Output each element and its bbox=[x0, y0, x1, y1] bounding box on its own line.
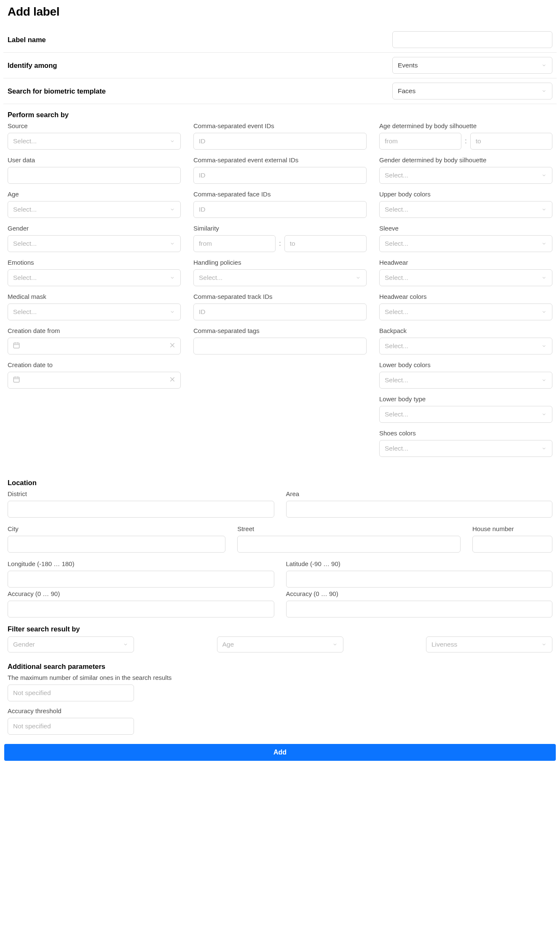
district-input[interactable] bbox=[8, 501, 274, 518]
medical-mask-label: Medical mask bbox=[8, 293, 181, 300]
chevron-down-icon bbox=[169, 207, 175, 212]
threshold-input[interactable] bbox=[8, 718, 134, 735]
emotions-select[interactable]: Select... bbox=[8, 269, 181, 286]
event-ids-input[interactable] bbox=[193, 133, 367, 150]
area-input[interactable] bbox=[286, 501, 553, 518]
track-ids-input[interactable] bbox=[193, 303, 367, 320]
handling-select[interactable]: Select... bbox=[193, 269, 367, 286]
filter-heading: Filter search result by bbox=[8, 625, 552, 633]
longitude-input[interactable] bbox=[8, 571, 274, 588]
gender-select[interactable]: Select... bbox=[8, 235, 181, 252]
user-data-label: User data bbox=[8, 156, 181, 164]
svg-rect-6 bbox=[13, 377, 19, 382]
filter-liveness-select[interactable]: Liveness bbox=[426, 636, 552, 652]
chevron-down-icon bbox=[123, 642, 129, 647]
similarity-to-input[interactable] bbox=[284, 235, 367, 252]
upper-colors-select[interactable]: Select... bbox=[379, 201, 552, 218]
house-input[interactable] bbox=[472, 536, 552, 553]
shoes-select[interactable]: Select... bbox=[379, 440, 552, 457]
headwear-colors-select[interactable]: Select... bbox=[379, 303, 552, 320]
medical-mask-placeholder: Select... bbox=[13, 308, 37, 316]
medical-mask-select[interactable]: Select... bbox=[8, 303, 181, 320]
upper-colors-label: Upper body colors bbox=[379, 191, 552, 198]
area-label: Area bbox=[286, 490, 553, 497]
upper-colors-placeholder: Select... bbox=[385, 206, 408, 213]
chevron-down-icon bbox=[541, 446, 547, 451]
backpack-select[interactable]: Select... bbox=[379, 338, 552, 354]
sleeve-placeholder: Select... bbox=[385, 240, 408, 247]
gender-body-placeholder: Select... bbox=[385, 172, 408, 179]
add-button[interactable]: Add bbox=[4, 744, 556, 761]
chevron-down-icon bbox=[169, 309, 175, 315]
event-ext-ids-label: Comma-separated event external IDs bbox=[193, 156, 367, 164]
age-select[interactable]: Select... bbox=[8, 201, 181, 218]
backpack-placeholder: Select... bbox=[385, 342, 408, 350]
chevron-down-icon bbox=[541, 207, 547, 212]
calendar-icon bbox=[13, 341, 20, 351]
backpack-label: Backpack bbox=[379, 327, 552, 334]
street-input[interactable] bbox=[237, 536, 461, 553]
lower-type-select[interactable]: Select... bbox=[379, 406, 552, 423]
headwear-select[interactable]: Select... bbox=[379, 269, 552, 286]
emotions-label: Emotions bbox=[8, 259, 181, 266]
sleeve-label: Sleeve bbox=[379, 225, 552, 232]
biometric-select[interactable]: Faces bbox=[392, 83, 552, 99]
max-similar-input[interactable] bbox=[8, 685, 134, 701]
longitude-label: Longitude (-180 … 180) bbox=[8, 560, 274, 567]
chevron-down-icon bbox=[541, 309, 547, 315]
creation-from-label: Creation date from bbox=[8, 327, 181, 334]
event-ext-ids-input[interactable] bbox=[193, 167, 367, 184]
label-name-input[interactable] bbox=[392, 31, 552, 48]
tags-label: Comma-separated tags bbox=[193, 327, 367, 334]
filter-liveness-value: Liveness bbox=[431, 641, 457, 648]
close-icon[interactable] bbox=[169, 376, 176, 384]
search-col-2: Comma-separated event IDs Comma-separate… bbox=[193, 122, 367, 464]
creation-to-input[interactable] bbox=[8, 372, 181, 389]
city-input[interactable] bbox=[8, 536, 225, 553]
lower-colors-label: Lower body colors bbox=[379, 361, 552, 368]
lower-colors-placeholder: Select... bbox=[385, 376, 408, 384]
chevron-down-icon bbox=[169, 275, 175, 281]
district-label: District bbox=[8, 490, 274, 497]
label-name-row: Label name bbox=[3, 27, 557, 53]
lower-type-placeholder: Select... bbox=[385, 411, 408, 418]
face-ids-label: Comma-separated face IDs bbox=[193, 191, 367, 198]
identify-select[interactable]: Events bbox=[392, 57, 552, 74]
user-data-input[interactable] bbox=[8, 167, 181, 184]
lon-accuracy-label: Accuracy (0 … 90) bbox=[8, 590, 274, 597]
headwear-placeholder: Select... bbox=[385, 274, 408, 282]
tags-input[interactable] bbox=[193, 338, 367, 354]
filter-age-select[interactable]: Age bbox=[217, 636, 343, 652]
headwear-label: Headwear bbox=[379, 259, 552, 266]
age-label: Age bbox=[8, 191, 181, 198]
handling-label: Handling policies bbox=[193, 259, 367, 266]
chevron-down-icon bbox=[169, 241, 175, 247]
chevron-down-icon bbox=[541, 411, 547, 417]
lower-type-label: Lower body type bbox=[379, 395, 552, 403]
range-separator: : bbox=[465, 137, 466, 145]
threshold-label: Accuracy threshold bbox=[8, 707, 552, 714]
chevron-down-icon bbox=[541, 88, 547, 94]
source-select[interactable]: Select... bbox=[8, 133, 181, 150]
gender-body-select[interactable]: Select... bbox=[379, 167, 552, 184]
face-ids-input[interactable] bbox=[193, 201, 367, 218]
age-body-from-input[interactable] bbox=[379, 133, 461, 150]
identify-label: Identify among bbox=[8, 62, 57, 70]
filter-age-value: Age bbox=[222, 641, 234, 648]
event-ids-label: Comma-separated event IDs bbox=[193, 122, 367, 129]
lower-colors-select[interactable]: Select... bbox=[379, 372, 552, 389]
latitude-input[interactable] bbox=[286, 571, 553, 588]
lat-accuracy-label: Accuracy (0 … 90) bbox=[286, 590, 553, 597]
filter-gender-select[interactable]: Gender bbox=[8, 636, 134, 652]
lon-accuracy-input[interactable] bbox=[8, 601, 274, 617]
close-icon[interactable] bbox=[169, 342, 176, 350]
similarity-from-input[interactable] bbox=[193, 235, 276, 252]
chevron-down-icon bbox=[541, 377, 547, 383]
sleeve-select[interactable]: Select... bbox=[379, 235, 552, 252]
age-body-to-input[interactable] bbox=[470, 133, 552, 150]
lat-accuracy-input[interactable] bbox=[286, 601, 553, 617]
gender-body-label: Gender determined by body silhouette bbox=[379, 156, 552, 164]
creation-from-input[interactable] bbox=[8, 338, 181, 354]
track-ids-label: Comma-separated track IDs bbox=[193, 293, 367, 300]
headwear-colors-placeholder: Select... bbox=[385, 308, 408, 316]
